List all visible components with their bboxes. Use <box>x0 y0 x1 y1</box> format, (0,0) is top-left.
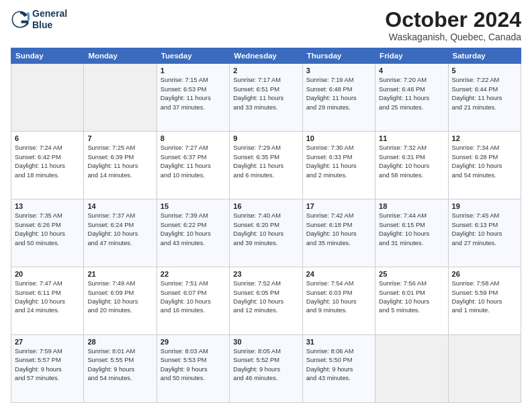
logo: General Blue <box>11 8 67 31</box>
day-info: Sunrise: 8:01 AM Sunset: 5:55 PM Dayligh… <box>87 347 152 383</box>
day-cell: 11Sunrise: 7:32 AM Sunset: 6:31 PM Dayli… <box>375 132 448 199</box>
week-row-4: 20Sunrise: 7:47 AM Sunset: 6:11 PM Dayli… <box>11 267 521 335</box>
calendar-table: SundayMondayTuesdayWednesdayThursdayFrid… <box>11 48 521 403</box>
day-cell: 24Sunrise: 7:54 AM Sunset: 6:03 PM Dayli… <box>302 267 375 335</box>
day-number: 25 <box>379 270 444 278</box>
day-cell: 20Sunrise: 7:47 AM Sunset: 6:11 PM Dayli… <box>11 267 84 335</box>
day-cell: 27Sunrise: 7:59 AM Sunset: 5:57 PM Dayli… <box>11 335 84 403</box>
week-row-1: 1Sunrise: 7:15 AM Sunset: 6:53 PM Daylig… <box>11 64 521 132</box>
logo-text: General Blue <box>32 8 67 31</box>
day-cell: 17Sunrise: 7:42 AM Sunset: 6:18 PM Dayli… <box>302 199 375 267</box>
weekday-header-wednesday: Wednesday <box>230 48 302 64</box>
day-number: 13 <box>15 202 80 210</box>
day-info: Sunrise: 7:39 AM Sunset: 6:22 PM Dayligh… <box>161 212 226 248</box>
day-number: 29 <box>161 338 226 346</box>
day-info: Sunrise: 7:44 AM Sunset: 6:15 PM Dayligh… <box>379 212 444 248</box>
day-number: 11 <box>379 134 444 142</box>
day-number: 19 <box>452 202 517 210</box>
day-number: 24 <box>306 270 371 278</box>
day-cell: 23Sunrise: 7:52 AM Sunset: 6:05 PM Dayli… <box>230 267 302 335</box>
day-number: 3 <box>306 66 371 75</box>
day-info: Sunrise: 7:51 AM Sunset: 6:07 PM Dayligh… <box>161 279 226 316</box>
day-cell: 15Sunrise: 7:39 AM Sunset: 6:22 PM Dayli… <box>157 199 229 267</box>
week-row-3: 13Sunrise: 7:35 AM Sunset: 6:26 PM Dayli… <box>11 199 521 267</box>
day-cell: 2Sunrise: 7:17 AM Sunset: 6:51 PM Daylig… <box>230 64 302 132</box>
day-number: 12 <box>452 134 517 142</box>
day-info: Sunrise: 7:40 AM Sunset: 6:20 PM Dayligh… <box>233 212 298 248</box>
day-info: Sunrise: 8:06 AM Sunset: 5:50 PM Dayligh… <box>306 347 371 383</box>
day-info: Sunrise: 7:42 AM Sunset: 6:18 PM Dayligh… <box>306 212 371 248</box>
day-info: Sunrise: 7:32 AM Sunset: 6:31 PM Dayligh… <box>379 144 444 180</box>
day-cell: 16Sunrise: 7:40 AM Sunset: 6:20 PM Dayli… <box>230 199 302 267</box>
day-info: Sunrise: 8:05 AM Sunset: 5:52 PM Dayligh… <box>233 347 298 383</box>
day-number: 31 <box>306 338 371 346</box>
day-info: Sunrise: 7:20 AM Sunset: 6:46 PM Dayligh… <box>379 76 444 112</box>
weekday-header-row: SundayMondayTuesdayWednesdayThursdayFrid… <box>11 48 521 64</box>
day-number: 28 <box>87 338 152 346</box>
day-number: 20 <box>15 270 80 278</box>
day-number: 4 <box>379 66 444 75</box>
day-cell: 5Sunrise: 7:22 AM Sunset: 6:44 PM Daylig… <box>448 64 521 132</box>
day-info: Sunrise: 7:22 AM Sunset: 6:44 PM Dayligh… <box>452 76 517 112</box>
day-cell <box>11 64 84 132</box>
weekday-header-monday: Monday <box>84 48 157 64</box>
day-number: 15 <box>161 202 226 210</box>
day-cell: 9Sunrise: 7:29 AM Sunset: 6:35 PM Daylig… <box>230 132 302 199</box>
day-info: Sunrise: 7:17 AM Sunset: 6:51 PM Dayligh… <box>233 76 298 112</box>
day-info: Sunrise: 8:03 AM Sunset: 5:53 PM Dayligh… <box>161 347 226 383</box>
day-number: 14 <box>87 202 152 210</box>
day-info: Sunrise: 7:30 AM Sunset: 6:33 PM Dayligh… <box>306 144 371 180</box>
day-number: 23 <box>233 270 298 278</box>
day-number: 18 <box>379 202 444 210</box>
day-info: Sunrise: 7:34 AM Sunset: 6:28 PM Dayligh… <box>452 144 517 180</box>
day-info: Sunrise: 7:59 AM Sunset: 5:57 PM Dayligh… <box>15 347 80 383</box>
day-cell: 13Sunrise: 7:35 AM Sunset: 6:26 PM Dayli… <box>11 199 84 267</box>
month-title: October 2024 <box>385 8 521 32</box>
day-number: 6 <box>15 134 80 142</box>
weekday-header-saturday: Saturday <box>448 48 521 64</box>
day-cell: 29Sunrise: 8:03 AM Sunset: 5:53 PM Dayli… <box>157 335 229 403</box>
day-cell: 3Sunrise: 7:19 AM Sunset: 6:48 PM Daylig… <box>302 64 375 132</box>
day-info: Sunrise: 7:47 AM Sunset: 6:11 PM Dayligh… <box>15 279 80 316</box>
day-info: Sunrise: 7:54 AM Sunset: 6:03 PM Dayligh… <box>306 279 371 316</box>
day-info: Sunrise: 7:45 AM Sunset: 6:13 PM Dayligh… <box>452 212 517 248</box>
weekday-header-tuesday: Tuesday <box>157 48 229 64</box>
day-cell: 30Sunrise: 8:05 AM Sunset: 5:52 PM Dayli… <box>230 335 302 403</box>
title-block: October 2024 Waskaganish, Quebec, Canada <box>385 8 521 42</box>
day-number: 1 <box>161 66 226 75</box>
day-info: Sunrise: 7:19 AM Sunset: 6:48 PM Dayligh… <box>306 76 371 112</box>
day-info: Sunrise: 7:52 AM Sunset: 6:05 PM Dayligh… <box>233 279 298 316</box>
day-number: 17 <box>306 202 371 210</box>
week-row-2: 6Sunrise: 7:24 AM Sunset: 6:42 PM Daylig… <box>11 132 521 199</box>
weekday-header-friday: Friday <box>375 48 448 64</box>
day-cell: 6Sunrise: 7:24 AM Sunset: 6:42 PM Daylig… <box>11 132 84 199</box>
day-cell <box>375 335 448 403</box>
week-row-5: 27Sunrise: 7:59 AM Sunset: 5:57 PM Dayli… <box>11 335 521 403</box>
location: Waskaganish, Quebec, Canada <box>385 32 521 42</box>
day-cell: 14Sunrise: 7:37 AM Sunset: 6:24 PM Dayli… <box>84 199 157 267</box>
day-cell: 28Sunrise: 8:01 AM Sunset: 5:55 PM Dayli… <box>84 335 157 403</box>
day-number: 10 <box>306 134 371 142</box>
day-number: 27 <box>15 338 80 346</box>
day-cell: 21Sunrise: 7:49 AM Sunset: 6:09 PM Dayli… <box>84 267 157 335</box>
day-cell: 22Sunrise: 7:51 AM Sunset: 6:07 PM Dayli… <box>157 267 229 335</box>
day-number: 21 <box>87 270 152 278</box>
page: General Blue October 2024 Waskaganish, Q… <box>0 0 532 411</box>
weekday-header-sunday: Sunday <box>11 48 84 64</box>
day-cell: 7Sunrise: 7:25 AM Sunset: 6:39 PM Daylig… <box>84 132 157 199</box>
day-number: 8 <box>161 134 226 142</box>
day-cell: 8Sunrise: 7:27 AM Sunset: 6:37 PM Daylig… <box>157 132 229 199</box>
day-number: 30 <box>233 338 298 346</box>
weekday-header-thursday: Thursday <box>302 48 375 64</box>
day-info: Sunrise: 7:56 AM Sunset: 6:01 PM Dayligh… <box>379 279 444 316</box>
day-cell <box>84 64 157 132</box>
day-info: Sunrise: 7:37 AM Sunset: 6:24 PM Dayligh… <box>87 212 152 248</box>
day-info: Sunrise: 7:35 AM Sunset: 6:26 PM Dayligh… <box>15 212 80 248</box>
day-number: 26 <box>452 270 517 278</box>
day-info: Sunrise: 7:29 AM Sunset: 6:35 PM Dayligh… <box>233 144 298 180</box>
day-number: 22 <box>161 270 226 278</box>
day-info: Sunrise: 7:25 AM Sunset: 6:39 PM Dayligh… <box>87 144 152 180</box>
header: General Blue October 2024 Waskaganish, Q… <box>11 8 521 42</box>
day-info: Sunrise: 7:24 AM Sunset: 6:42 PM Dayligh… <box>15 144 80 180</box>
day-number: 2 <box>233 66 298 75</box>
